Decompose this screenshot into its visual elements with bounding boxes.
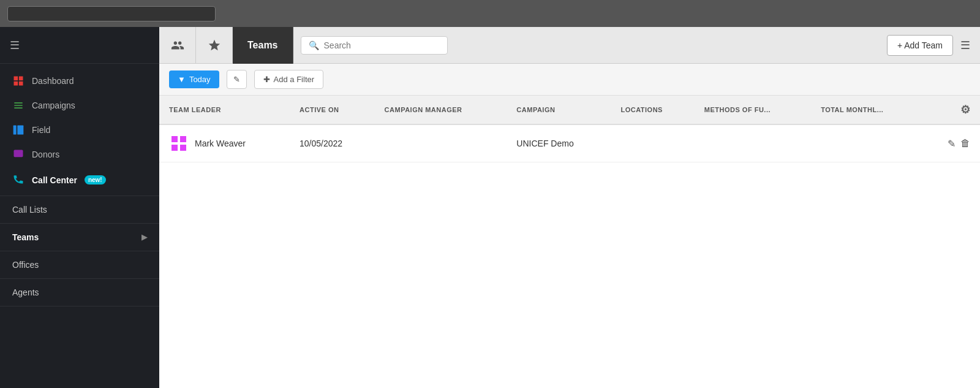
tab-teams[interactable]: Teams: [233, 27, 293, 64]
chevron-right-icon: ▶: [141, 233, 147, 242]
sidebar-label-agents: Agents: [12, 287, 39, 297]
team-leader-avatar: [169, 134, 189, 153]
main-content: Teams 🔍 + Add Team ☰ ▼ Today ✎: [159, 27, 980, 388]
svg-rect-10: [180, 145, 186, 151]
svg-rect-0: [14, 77, 18, 81]
cell-campaign-manager: [375, 124, 507, 162]
main-header: Teams 🔍 + Add Team ☰: [159, 27, 980, 64]
col-team-leader: TEAM LEADER: [159, 96, 290, 124]
svg-rect-6: [14, 150, 23, 158]
plus-icon: ✚: [263, 75, 270, 84]
col-methods: METHODS OF FU...: [695, 96, 811, 124]
sidebar-item-offices[interactable]: Offices: [0, 251, 159, 279]
list-icon[interactable]: ☰: [960, 39, 970, 52]
cell-actions: ✎ 🗑: [922, 124, 980, 162]
new-badge: new!: [85, 175, 106, 184]
col-total: TOTAL MONTHL...: [811, 96, 922, 124]
sidebar-label-offices: Offices: [12, 260, 39, 270]
sidebar-item-call-lists[interactable]: Call Lists: [0, 196, 159, 224]
sidebar-label-call-center: Call Center: [32, 175, 77, 185]
edit-row-button[interactable]: ✎: [948, 138, 956, 150]
sidebar-label-dashboard: Dashboard: [32, 76, 74, 86]
top-search-input[interactable]: ANOTHER: [7, 6, 216, 21]
sidebar-item-field[interactable]: Field: [0, 118, 159, 142]
team-leader-cell: Mark Weaver: [169, 134, 280, 153]
col-settings[interactable]: ⚙: [922, 96, 980, 124]
search-box: 🔍: [301, 36, 448, 55]
svg-rect-8: [180, 136, 186, 142]
sidebar-item-agents[interactable]: Agents: [0, 279, 159, 306]
table-container: TEAM LEADER ACTIVE ON CAMPAIGN MANAGER C…: [159, 96, 980, 388]
sub-nav: Call Lists Teams ▶ Offices Agents: [0, 196, 159, 306]
sidebar-item-donors[interactable]: Donors: [0, 142, 159, 167]
filter-icon: ▼: [178, 75, 186, 84]
cell-team-leader: Mark Weaver: [159, 124, 290, 162]
callcenter-icon: [12, 173, 24, 187]
search-icon: 🔍: [309, 40, 319, 50]
sidebar-header: ☰: [0, 27, 159, 64]
sidebar-label-field: Field: [32, 125, 50, 135]
donors-icon: [12, 148, 24, 161]
svg-rect-3: [19, 82, 23, 86]
star-icon-btn[interactable]: [196, 27, 233, 64]
add-filter-label: Add a Filter: [274, 75, 314, 84]
cell-campaign: UNICEF Demo: [507, 124, 611, 162]
hamburger-icon[interactable]: ☰: [10, 39, 20, 52]
sidebar-nav: Dashboard Campaigns Field Donors: [0, 64, 159, 388]
svg-rect-2: [14, 82, 18, 86]
sidebar-label-teams: Teams: [12, 232, 39, 242]
top-bar: ANOTHER: [0, 0, 980, 27]
today-button[interactable]: ▼ Today: [169, 70, 219, 88]
svg-rect-7: [172, 136, 178, 142]
table-row: Mark Weaver 10/05/2022 UNICEF Demo ✎: [159, 124, 980, 162]
sidebar: ☰ Dashboard Campaigns Field: [0, 27, 159, 388]
svg-rect-4: [13, 126, 17, 135]
sidebar-label-call-lists: Call Lists: [12, 205, 47, 215]
cell-methods: [695, 124, 811, 162]
field-icon: [12, 124, 24, 136]
campaigns-icon: [12, 99, 24, 112]
team-leader-name: Mark Weaver: [195, 139, 246, 148]
sidebar-item-dashboard[interactable]: Dashboard: [0, 69, 159, 93]
cell-active-on: 10/05/2022: [290, 124, 375, 162]
col-active-on: ACTIVE ON: [290, 96, 375, 124]
col-campaign-manager: CAMPAIGN MANAGER: [375, 96, 507, 124]
add-team-button[interactable]: + Add Team: [887, 35, 953, 56]
table-header-row: TEAM LEADER ACTIVE ON CAMPAIGN MANAGER C…: [159, 96, 980, 124]
filter-bar: ▼ Today ✎ ✚ Add a Filter: [159, 64, 980, 96]
layout: ☰ Dashboard Campaigns Field: [0, 27, 980, 388]
people-icon-btn[interactable]: [159, 27, 196, 64]
dashboard-icon: [12, 75, 24, 87]
sidebar-label-donors: Donors: [32, 150, 59, 159]
pencil-icon: ✎: [233, 75, 240, 84]
settings-icon[interactable]: ⚙: [960, 104, 971, 116]
delete-row-button[interactable]: 🗑: [960, 138, 970, 149]
add-filter-button[interactable]: ✚ Add a Filter: [254, 70, 323, 89]
cell-total: [811, 124, 922, 162]
edit-filter-button[interactable]: ✎: [227, 70, 247, 89]
teams-table: TEAM LEADER ACTIVE ON CAMPAIGN MANAGER C…: [159, 96, 980, 162]
tab-teams-label: Teams: [247, 40, 278, 51]
sidebar-label-campaigns: Campaigns: [32, 101, 75, 110]
today-label: Today: [189, 75, 211, 84]
svg-rect-5: [17, 126, 23, 135]
svg-rect-9: [172, 145, 178, 151]
sidebar-item-campaigns[interactable]: Campaigns: [0, 93, 159, 118]
sidebar-item-teams[interactable]: Teams ▶: [0, 224, 159, 251]
col-campaign: CAMPAIGN: [507, 96, 611, 124]
search-input[interactable]: [324, 40, 440, 50]
cell-locations: [611, 124, 694, 162]
add-team-label: + Add Team: [897, 40, 943, 50]
svg-rect-1: [19, 77, 23, 81]
sidebar-item-call-center[interactable]: Call Center new!: [0, 167, 159, 193]
header-right: + Add Team ☰: [887, 35, 980, 56]
row-actions: ✎ 🗑: [932, 138, 970, 150]
col-locations: LOCATIONS: [611, 96, 694, 124]
